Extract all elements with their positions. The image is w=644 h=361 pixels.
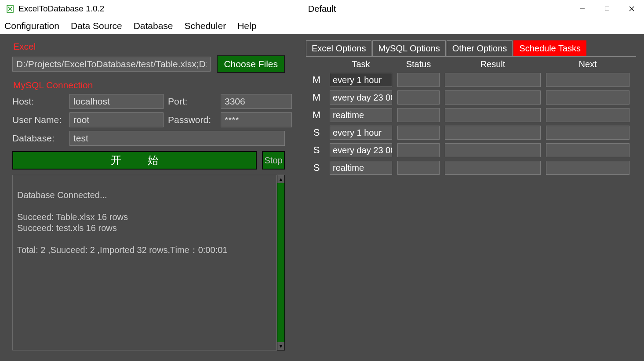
menu-database[interactable]: Database bbox=[133, 19, 174, 33]
action-row: 开始 Stop bbox=[12, 151, 285, 170]
host-input[interactable] bbox=[69, 94, 164, 109]
task-status-cell[interactable] bbox=[397, 108, 440, 122]
task-type-label: S bbox=[309, 162, 324, 173]
col-status: Status bbox=[397, 59, 440, 69]
menu-configuration[interactable]: Configuration bbox=[4, 19, 60, 33]
port-input[interactable] bbox=[221, 94, 292, 109]
mysql-section-label: MySQL Connection bbox=[13, 80, 291, 90]
task-header: Task Status Result Next bbox=[306, 58, 636, 72]
tab-mysql-options[interactable]: MySQL Options bbox=[372, 40, 445, 56]
task-next-cell[interactable] bbox=[546, 161, 629, 175]
task-next-cell[interactable] bbox=[546, 108, 629, 122]
task-status-cell[interactable] bbox=[397, 161, 440, 175]
database-input[interactable] bbox=[69, 131, 285, 146]
task-row: Srealtime bbox=[306, 160, 636, 176]
password-input[interactable] bbox=[221, 112, 292, 127]
task-task-cell[interactable]: every day 23 00 bbox=[330, 90, 392, 105]
window-title-center: Default bbox=[308, 4, 336, 14]
excel-section-label: Excel bbox=[13, 41, 291, 52]
close-button[interactable] bbox=[619, 0, 644, 18]
menu-scheduler[interactable]: Scheduler bbox=[184, 19, 227, 33]
task-next-cell[interactable] bbox=[546, 73, 629, 87]
menu-data-source[interactable]: Data Source bbox=[70, 19, 123, 33]
minimize-button[interactable] bbox=[570, 0, 595, 18]
task-task-cell[interactable]: every day 23 00 bbox=[330, 143, 392, 157]
task-task-cell[interactable]: every 1 hour bbox=[330, 73, 392, 87]
left-pane: Excel Choose Files MySQL Connection Host… bbox=[6, 40, 291, 355]
task-row: Mevery 1 hour bbox=[306, 72, 636, 88]
task-status-cell[interactable] bbox=[397, 126, 440, 140]
task-row: Severy 1 hour bbox=[306, 125, 636, 141]
task-type-label: M bbox=[309, 74, 324, 86]
tab-other-options[interactable]: Other Options bbox=[447, 40, 513, 56]
start-button[interactable]: 开始 bbox=[12, 151, 257, 170]
task-next-cell[interactable] bbox=[546, 90, 629, 105]
maximize-button[interactable] bbox=[595, 0, 619, 18]
menu-help[interactable]: Help bbox=[236, 19, 257, 33]
task-next-cell[interactable] bbox=[546, 143, 629, 157]
task-task-cell[interactable]: realtime bbox=[330, 161, 392, 175]
app-title: ExcelToDatabase 1.0.2 bbox=[18, 4, 104, 14]
database-label: Database: bbox=[12, 133, 65, 144]
task-row: Mevery day 23 00 bbox=[306, 90, 636, 105]
task-row: Mrealtime bbox=[306, 107, 636, 123]
task-type-label: S bbox=[309, 127, 324, 138]
right-pane: Excel Options MySQL Options Other Option… bbox=[306, 40, 636, 355]
body-area: Excel Choose Files MySQL Connection Host… bbox=[0, 34, 644, 361]
host-label: Host: bbox=[12, 96, 65, 107]
task-next-cell[interactable] bbox=[546, 126, 629, 140]
window-controls bbox=[570, 0, 644, 18]
scroll-up-icon[interactable]: ▲ bbox=[277, 175, 284, 183]
connection-grid: Host: Port: User Name: Password: bbox=[12, 94, 285, 127]
tab-schedule-tasks[interactable]: Schedule Tasks bbox=[513, 40, 586, 56]
task-status-cell[interactable] bbox=[397, 90, 440, 105]
col-result: Result bbox=[445, 59, 541, 69]
log-textarea[interactable]: Database Connected... Succeed: Table.xls… bbox=[12, 175, 277, 350]
menubar: Configuration Data Source Database Sched… bbox=[0, 18, 644, 34]
task-type-label: M bbox=[309, 109, 324, 121]
task-result-cell[interactable] bbox=[445, 90, 541, 105]
task-type-label: M bbox=[309, 92, 324, 103]
task-result-cell[interactable] bbox=[445, 73, 541, 87]
user-input[interactable] bbox=[69, 112, 164, 127]
file-row: Choose Files bbox=[12, 55, 285, 73]
port-label: Port: bbox=[168, 96, 216, 107]
database-row: Database: bbox=[12, 131, 285, 146]
schedule-panel: Task Status Result Next Mevery 1 hourMev… bbox=[306, 56, 636, 355]
task-type-label: S bbox=[309, 144, 324, 156]
task-status-cell[interactable] bbox=[397, 143, 440, 157]
task-rows: Mevery 1 hourMevery day 23 00MrealtimeSe… bbox=[306, 72, 636, 176]
col-next: Next bbox=[546, 59, 629, 69]
task-result-cell[interactable] bbox=[445, 143, 541, 157]
app-icon bbox=[6, 5, 14, 13]
choose-files-button[interactable]: Choose Files bbox=[217, 55, 285, 73]
log-scrollbar[interactable]: ▲ ▼ bbox=[277, 175, 285, 350]
file-path-input[interactable] bbox=[12, 57, 211, 72]
log-container: Database Connected... Succeed: Table.xls… bbox=[12, 175, 285, 350]
svg-rect-2 bbox=[605, 7, 609, 11]
tabs: Excel Options MySQL Options Other Option… bbox=[306, 40, 636, 56]
scroll-down-icon[interactable]: ▼ bbox=[277, 342, 284, 350]
user-label: User Name: bbox=[12, 115, 65, 125]
task-task-cell[interactable]: every 1 hour bbox=[330, 126, 392, 140]
task-task-cell[interactable]: realtime bbox=[330, 108, 392, 122]
titlebar: ExcelToDatabase 1.0.2 Default bbox=[0, 0, 644, 18]
tab-excel-options[interactable]: Excel Options bbox=[306, 40, 371, 56]
stop-button[interactable]: Stop bbox=[262, 151, 285, 170]
task-result-cell[interactable] bbox=[445, 126, 541, 140]
task-row: Severy day 23 00 bbox=[306, 142, 636, 158]
task-result-cell[interactable] bbox=[445, 161, 541, 175]
task-status-cell[interactable] bbox=[397, 73, 440, 87]
password-label: Password: bbox=[168, 115, 216, 125]
task-result-cell[interactable] bbox=[445, 108, 541, 122]
col-task: Task bbox=[330, 59, 392, 69]
